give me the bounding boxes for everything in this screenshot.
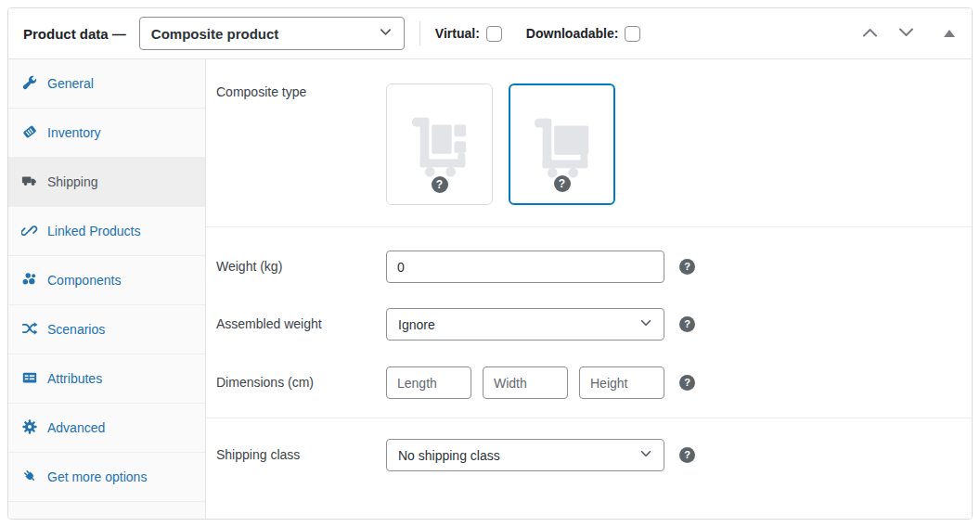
product-data-tabs: General Inventory Shipping [8,59,206,520]
chevron-down-icon [639,447,652,463]
dimensions-row: Dimensions (cm) ? [206,366,972,399]
chevron-up-icon [862,27,878,41]
tab-shipping-label: Shipping [47,174,98,189]
tab-inventory[interactable]: Inventory [8,109,205,158]
header-divider [419,21,420,45]
plug-icon [21,468,38,487]
virtual-checkbox[interactable] [486,26,502,42]
tab-linked-products-label: Linked Products [47,224,140,238]
shipping-panel: Composite type [206,59,972,520]
dimensions-label: Dimensions (cm) [206,366,386,391]
width-input[interactable] [483,366,568,399]
question-mark-icon[interactable]: ? [679,259,695,275]
assembled-weight-value: Ignore [398,317,435,332]
truck-icon [21,173,38,192]
section-divider [206,418,972,418]
tab-general-label: General [47,76,94,91]
height-input[interactable] [579,366,664,399]
chevron-down-icon [898,27,914,41]
assembled-weight-select[interactable]: Ignore [386,308,664,341]
weight-input[interactable] [386,251,664,283]
weight-row: Weight (kg) ? [206,251,972,283]
section-divider [206,226,972,227]
weight-label: Weight (kg) [206,251,386,275]
downloadable-option: Downloadable: [526,26,641,42]
product-data-panel: Product data — Composite product Virtual… [7,7,973,520]
question-mark-icon[interactable]: ? [554,175,571,192]
move-down-button[interactable] [898,27,914,41]
composite-type-label: Composite type [206,84,386,100]
chevron-down-icon [379,25,393,42]
tab-get-more-options[interactable]: Get more options [8,453,205,502]
tab-advanced[interactable]: Advanced [8,404,205,453]
downloadable-label: Downloadable: [526,26,619,41]
virtual-option: Virtual: [435,26,502,42]
inventory-tag-icon [21,123,38,143]
question-mark-icon[interactable]: ? [679,447,695,463]
tab-scenarios-label: Scenarios [47,322,105,337]
tab-attributes-label: Attributes [47,371,102,386]
move-up-button[interactable] [862,27,878,41]
virtual-label: Virtual: [435,26,480,41]
chevron-down-icon [639,316,652,332]
product-type-value: Composite product [151,26,279,42]
composite-type-option-multiple[interactable]: ? [386,84,493,205]
panel-header: Product data — Composite product Virtual… [8,8,972,59]
tab-scenarios[interactable]: Scenarios [8,305,205,354]
tab-get-more-options-label: Get more options [47,469,147,484]
link-icon [21,222,38,241]
question-mark-icon[interactable]: ? [432,176,448,193]
product-data-metabox: Product data — Composite product Virtual… [0,0,980,527]
tab-components-label: Components [47,273,121,288]
question-mark-icon[interactable]: ? [679,375,695,391]
tab-shipping[interactable]: Shipping [8,158,205,207]
length-input[interactable] [386,366,471,399]
composite-type-options: ? [386,84,615,205]
shuffle-icon [21,320,38,340]
list-table-icon [21,369,38,389]
assembled-weight-row: Assembled weight Ignore ? [206,308,972,341]
tab-inventory-label: Inventory [47,125,101,140]
downloadable-checkbox[interactable] [625,26,640,42]
composite-type-row: Composite type [206,59,972,226]
panel-body: General Inventory Shipping [8,59,972,520]
shipping-class-select[interactable]: No shipping class [386,439,664,471]
shipping-class-label: Shipping class [206,439,386,463]
shipping-class-value: No shipping class [398,448,500,463]
composite-type-option-single[interactable]: ? [509,84,615,205]
components-cluster-icon [21,271,38,290]
triangle-up-icon[interactable] [944,30,955,37]
question-mark-icon[interactable]: ? [679,316,695,332]
tab-advanced-label: Advanced [47,420,105,435]
tab-components[interactable]: Components [8,256,205,305]
tab-general[interactable]: General [8,59,205,109]
tab-attributes[interactable]: Attributes [8,354,205,404]
assembled-weight-label: Assembled weight [206,308,386,332]
product-type-select[interactable]: Composite product [139,17,405,50]
gear-icon [21,418,38,438]
tab-linked-products[interactable]: Linked Products [8,207,205,256]
page-title: Product data — [23,26,126,42]
shipping-class-row: Shipping class No shipping class ? [206,439,972,471]
wrench-icon [21,74,38,94]
